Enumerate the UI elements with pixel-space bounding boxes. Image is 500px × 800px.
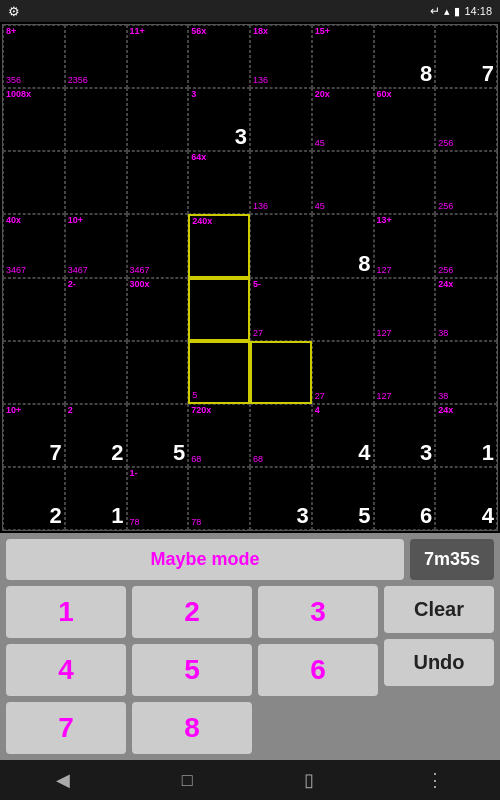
cell-clue: 20x <box>315 90 330 100</box>
grid-cell[interactable]: 1 <box>65 467 127 530</box>
num-4-button[interactable]: 4 <box>6 644 126 696</box>
back-icon[interactable]: ◀ <box>56 769 70 791</box>
grid-cell[interactable]: 10+3467 <box>65 214 127 277</box>
num-5-button[interactable]: 5 <box>132 644 252 696</box>
grid-cell[interactable] <box>3 278 65 341</box>
grid-cell[interactable] <box>127 151 189 214</box>
cell-sub: 38 <box>438 391 448 401</box>
bottom-panel: Maybe mode 7m35s 1 2 3 4 5 6 7 8 Clear U… <box>0 533 500 760</box>
grid-cell[interactable]: 24x1 <box>435 404 497 467</box>
cell-clue: 56x <box>191 27 206 37</box>
recents-icon[interactable]: ▯ <box>304 769 314 791</box>
grid-cell[interactable]: 5 <box>127 404 189 467</box>
grid-cell[interactable]: 56x <box>188 25 250 88</box>
grid-cell[interactable]: 78 <box>188 467 250 530</box>
grid-cell[interactable] <box>374 151 436 214</box>
grid-cell[interactable]: 15+ <box>312 25 374 88</box>
grid-cell[interactable]: 2 <box>3 467 65 530</box>
grid-cell[interactable] <box>65 151 127 214</box>
grid-cell[interactable]: 18x136 <box>250 25 312 88</box>
cell-value: 2 <box>111 442 123 464</box>
grid-cell[interactable] <box>312 278 374 341</box>
cell-clue: 240x <box>192 217 212 227</box>
grid-cell[interactable]: 300x <box>127 278 189 341</box>
grid-cell[interactable]: 8+356 <box>3 25 65 88</box>
grid-cell[interactable]: 27 <box>312 341 374 404</box>
grid-cell[interactable]: 240x <box>188 214 250 277</box>
grid-cell[interactable]: 5-27 <box>250 278 312 341</box>
num-3-button[interactable]: 3 <box>258 586 378 638</box>
grid-cell[interactable]: 2- <box>65 278 127 341</box>
cell-sub: 5 <box>192 390 197 400</box>
grid-cell[interactable] <box>127 341 189 404</box>
grid-cell[interactable] <box>188 278 250 341</box>
grid-cell[interactable]: 1-78 <box>127 467 189 530</box>
grid-cell[interactable]: 6 <box>374 467 436 530</box>
cell-sub: 3467 <box>68 265 88 275</box>
grid-cell[interactable]: 5 <box>312 467 374 530</box>
grid-cell[interactable]: 45 <box>312 151 374 214</box>
grid-cell[interactable]: 256 <box>435 214 497 277</box>
app-icon: ⚙ <box>8 4 20 19</box>
grid-cell[interactable] <box>3 151 65 214</box>
grid-cell[interactable]: 1008x <box>3 88 65 151</box>
grid-cell[interactable]: 40x3467 <box>3 214 65 277</box>
grid-cell[interactable] <box>250 341 312 404</box>
grid-cell[interactable]: 44 <box>312 404 374 467</box>
grid-cell[interactable] <box>65 88 127 151</box>
grid-cell[interactable]: 24x38 <box>435 278 497 341</box>
grid-cell[interactable] <box>3 341 65 404</box>
grid-cell[interactable]: 13+127 <box>374 214 436 277</box>
grid-cell[interactable]: 11+ <box>127 25 189 88</box>
grid-cell[interactable]: 127 <box>374 341 436 404</box>
home-icon[interactable]: □ <box>182 770 193 791</box>
grid-cell[interactable]: 10+7 <box>3 404 65 467</box>
cell-clue: 18x <box>253 27 268 37</box>
grid-cell[interactable]: 38 <box>435 341 497 404</box>
grid-cell[interactable]: 64x <box>188 151 250 214</box>
grid-cell[interactable]: 8 <box>374 25 436 88</box>
grid-cell[interactable]: 3 <box>250 467 312 530</box>
cell-sub: 127 <box>377 265 392 275</box>
cell-sub: 127 <box>377 391 392 401</box>
bluetooth-icon: ↵ <box>430 4 440 18</box>
grid-cell[interactable]: 20x45 <box>312 88 374 151</box>
cell-clue: 10+ <box>6 406 21 416</box>
grid-cell[interactable]: 256 <box>435 88 497 151</box>
grid-cell[interactable]: 3 <box>374 404 436 467</box>
grid-cell[interactable]: 3467 <box>127 214 189 277</box>
num-2-button[interactable]: 2 <box>132 586 252 638</box>
num-1-button[interactable]: 1 <box>6 586 126 638</box>
grid-cell[interactable]: 8 <box>312 214 374 277</box>
grid-cell[interactable]: 720x68 <box>188 404 250 467</box>
grid-cell[interactable]: 7 <box>435 25 497 88</box>
num-7-button[interactable]: 7 <box>6 702 126 754</box>
grid-cell[interactable]: 136 <box>250 151 312 214</box>
grid-cell[interactable]: 2356 <box>65 25 127 88</box>
maybe-mode-button[interactable]: Maybe mode <box>6 539 404 580</box>
grid-cell[interactable] <box>65 341 127 404</box>
cell-clue: 64x <box>191 153 206 163</box>
grid-cell[interactable]: 127 <box>374 278 436 341</box>
wifi-icon: ▴ <box>444 5 450 18</box>
undo-button[interactable]: Undo <box>384 639 494 686</box>
grid-cell[interactable]: 22 <box>65 404 127 467</box>
grid-cell[interactable] <box>250 88 312 151</box>
grid-cell[interactable]: 256 <box>435 151 497 214</box>
game-grid[interactable]: 8+356235611+56x18x13615+871008x3320x4560… <box>2 24 498 531</box>
num-6-button[interactable]: 6 <box>258 644 378 696</box>
cell-sub: 2356 <box>68 75 88 85</box>
menu-icon[interactable]: ⋮ <box>426 769 444 791</box>
grid-cell[interactable]: 60x <box>374 88 436 151</box>
grid-cell[interactable]: 4 <box>435 467 497 530</box>
clear-button[interactable]: Clear <box>384 586 494 633</box>
grid-cell[interactable]: 33 <box>188 88 250 151</box>
cell-value: 7 <box>482 63 494 85</box>
cell-sub: 256 <box>438 201 453 211</box>
grid-cell[interactable] <box>250 214 312 277</box>
cell-sub: 136 <box>253 75 268 85</box>
num-8-button[interactable]: 8 <box>132 702 252 754</box>
grid-cell[interactable]: 5 <box>188 341 250 404</box>
grid-cell[interactable] <box>127 88 189 151</box>
grid-cell[interactable]: 68 <box>250 404 312 467</box>
